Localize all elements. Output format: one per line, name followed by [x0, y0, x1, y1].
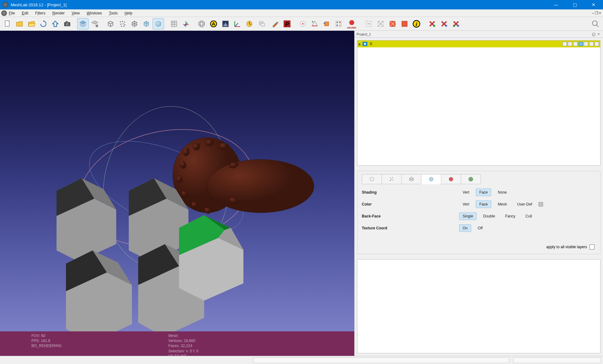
backface-cull[interactable]: Cull [522, 212, 535, 220]
delete-vert-icon[interactable] [426, 18, 438, 29]
wireframe-icon[interactable] [129, 18, 140, 29]
menu-tools[interactable]: Tools [109, 11, 118, 15]
svg-point-7 [124, 21, 125, 22]
grid-icon[interactable] [168, 18, 180, 29]
visibility-icon[interactable] [362, 42, 367, 46]
svg-text:P: P [285, 21, 289, 27]
align-icon[interactable] [256, 18, 269, 29]
mdi-restore-icon[interactable]: ❐ [595, 11, 598, 15]
georef-icon[interactable]: GEOREF [345, 18, 359, 29]
status-well-2 [513, 357, 601, 363]
menu-render[interactable]: Render [52, 11, 65, 15]
tab-points[interactable] [382, 174, 402, 184]
menu-windows[interactable]: Windows [87, 11, 102, 15]
layer-options-icon[interactable] [89, 18, 100, 29]
axes-icon[interactable] [180, 18, 192, 29]
layers-icon[interactable] [77, 18, 89, 29]
log-box[interactable] [357, 259, 600, 353]
texcoord-off[interactable]: Off [474, 224, 486, 232]
apply-all-checkbox[interactable] [589, 244, 595, 249]
select-vert-icon[interactable] [297, 18, 308, 29]
filter-a-icon[interactable] [363, 18, 374, 29]
panel-float-icon[interactable]: ◱ [591, 32, 596, 36]
window-controls: — ▢ ✕ [546, 0, 603, 9]
menu-filters[interactable]: Filters [35, 11, 46, 15]
svg-line-25 [235, 23, 238, 26]
open-icon[interactable] [14, 18, 25, 29]
mdi-close-icon[interactable]: × [599, 11, 601, 15]
color-userdef[interactable]: User-Def [513, 201, 535, 208]
close-button[interactable]: ✕ [584, 0, 603, 9]
color-vert[interactable]: Vert [459, 201, 473, 208]
points-icon[interactable] [117, 18, 128, 29]
texcoord-on[interactable]: On [459, 224, 471, 232]
tab-bbox[interactable] [362, 174, 382, 184]
save-icon[interactable] [50, 18, 61, 29]
layer-sel-icon[interactable] [584, 42, 588, 46]
menu-edit[interactable]: Edit [22, 11, 28, 15]
status-verts: Vertices: 16,660 [168, 338, 198, 343]
svg-point-4 [95, 24, 98, 27]
layer-list[interactable]: ▶ 0 [357, 40, 600, 166]
panel-close-icon[interactable]: × [596, 32, 601, 36]
svg-point-18 [200, 21, 203, 27]
filter-d-icon[interactable] [399, 18, 410, 29]
delete-sel-icon[interactable] [450, 18, 462, 29]
trackball-icon[interactable] [196, 18, 207, 29]
raster-camera-icon[interactable]: P [281, 18, 293, 29]
color-mesh[interactable]: Mesh [494, 201, 510, 208]
menu-file[interactable]: File [9, 11, 15, 15]
menu-view[interactable]: View [72, 11, 80, 15]
layer-wire-icon[interactable] [573, 42, 578, 46]
tab-wire[interactable] [401, 174, 421, 184]
light-icon[interactable]: A [208, 18, 219, 29]
shading-none[interactable]: None [494, 189, 510, 196]
viewport-3d[interactable] [0, 31, 354, 331]
mdi-minimize-icon[interactable]: – [592, 11, 594, 15]
shading-face[interactable]: Face [476, 189, 491, 196]
svg-rect-42 [402, 21, 407, 26]
select-connected-icon[interactable] [321, 18, 332, 29]
mesh-houses [28, 137, 273, 331]
shading-vert[interactable]: Vert [459, 189, 473, 196]
layer-fill-icon[interactable] [579, 42, 583, 46]
tab-tex[interactable] [441, 174, 461, 184]
filter-c-icon[interactable] [387, 18, 398, 29]
search-icon[interactable] [590, 18, 601, 29]
backface-fancy[interactable]: Fancy [502, 212, 519, 220]
tab-fill[interactable] [421, 174, 441, 184]
viewport-statusbar: FOV: 60 FPS: 181.8 BO_RENDERING Mesh: Ve… [0, 331, 354, 356]
layer-bbox-icon[interactable] [562, 42, 567, 46]
tab-sel[interactable] [461, 174, 481, 184]
menu-help[interactable]: Help [125, 11, 133, 15]
layer-points-icon[interactable] [568, 42, 572, 46]
info-icon[interactable]: i [411, 18, 422, 29]
expand-icon[interactable]: ▶ [359, 42, 361, 46]
minimize-button[interactable]: — [546, 0, 565, 9]
paint-icon[interactable] [269, 18, 281, 29]
reload-icon[interactable] [38, 18, 49, 29]
delete-face-icon[interactable] [438, 18, 450, 29]
raster-icon[interactable] [220, 18, 231, 29]
snapshot-icon[interactable] [62, 18, 73, 29]
color-face[interactable]: Face [476, 201, 491, 208]
color-swatch[interactable] [539, 202, 543, 206]
layer-row[interactable]: ▶ 0 [357, 40, 600, 47]
filter-b-icon[interactable] [375, 18, 386, 29]
bbox-icon[interactable] [105, 18, 116, 29]
measure-icon[interactable] [244, 18, 255, 29]
svg-point-32 [302, 23, 303, 24]
select-face-icon[interactable] [309, 18, 320, 29]
select-rect-icon[interactable] [333, 18, 344, 29]
new-project-icon[interactable] [2, 18, 13, 29]
layer-tex-icon[interactable] [595, 42, 599, 46]
open-project-icon[interactable] [26, 18, 37, 29]
backface-single[interactable]: Single [459, 212, 476, 220]
smooth-icon[interactable] [153, 18, 164, 29]
maximize-button[interactable]: ▢ [565, 0, 584, 9]
svg-point-12 [123, 25, 124, 26]
frame-icon[interactable] [232, 18, 243, 29]
layer-edge-icon[interactable] [589, 42, 594, 46]
backface-double[interactable]: Double [480, 212, 498, 220]
flat-icon[interactable] [141, 18, 152, 29]
